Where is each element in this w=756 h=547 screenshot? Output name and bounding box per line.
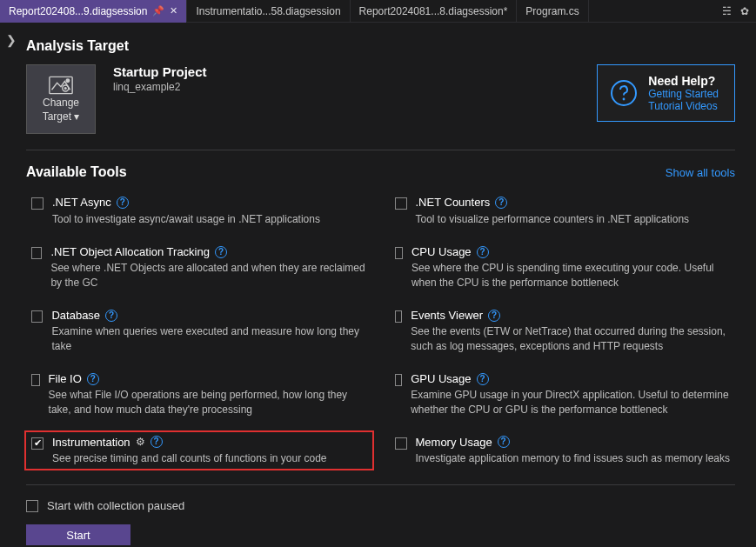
gutter: ❯ bbox=[0, 23, 23, 547]
tool-events-viewer: Events Viewer?See the events (ETW or Net… bbox=[390, 305, 736, 357]
startup-project: Startup Project linq_example2 bbox=[113, 64, 207, 93]
info-icon[interactable]: ? bbox=[87, 373, 99, 385]
svg-point-1 bbox=[66, 79, 70, 83]
info-icon[interactable]: ? bbox=[215, 246, 227, 258]
tool-cpu-usage: CPU Usage?See where the CPU is spending … bbox=[390, 242, 736, 293]
divider bbox=[26, 484, 735, 485]
tool-name: CPU Usage? bbox=[411, 245, 730, 259]
caret-down-icon: ▾ bbox=[74, 110, 79, 123]
startup-title: Startup Project bbox=[113, 64, 207, 79]
tool-name: Database? bbox=[51, 309, 366, 323]
tab-instrumentation[interactable]: Instrumentatio...58.diagsession bbox=[187, 0, 350, 23]
tool-name: .NET Object Allocation Tracking? bbox=[50, 245, 366, 259]
analysis-target-heading: Analysis Target bbox=[26, 38, 735, 54]
tool-desc: See precise timing and call counts of fu… bbox=[52, 451, 327, 465]
help-card: Need Help? Getting Started Tutorial Vide… bbox=[597, 64, 735, 122]
tool-desc: Tool to visualize performance counters i… bbox=[416, 212, 690, 226]
tool-checkbox[interactable] bbox=[31, 247, 42, 259]
tab-label: Program.cs bbox=[525, 5, 579, 17]
svg-point-5 bbox=[623, 98, 626, 101]
help-link-getting-started[interactable]: Getting Started bbox=[648, 88, 719, 100]
target-icon bbox=[49, 76, 73, 95]
tool-desc: Examine GPU usage in your DirectX applic… bbox=[411, 388, 730, 416]
info-icon[interactable]: ? bbox=[495, 197, 507, 209]
tabbar-tools: ☵ ✿ bbox=[722, 5, 756, 17]
tab-program-cs[interactable]: Program.cs bbox=[517, 0, 588, 23]
tool-checkbox[interactable] bbox=[395, 247, 403, 259]
tool-checkbox[interactable] bbox=[31, 310, 43, 323]
tool-name: Instrumentation⚙? bbox=[52, 436, 327, 450]
info-icon[interactable]: ? bbox=[498, 436, 510, 448]
help-title: Need Help? bbox=[648, 74, 719, 88]
start-paused-label: Start with collection paused bbox=[47, 499, 184, 512]
info-icon[interactable]: ? bbox=[477, 246, 489, 258]
tool-checkbox[interactable] bbox=[395, 310, 403, 323]
tool-desc: Investigate application memory to find i… bbox=[416, 451, 731, 465]
tool-file-io: File IO?See what File I/O operations are… bbox=[26, 369, 372, 420]
tool-gpu-usage: GPU Usage?Examine GPU usage in your Dire… bbox=[390, 369, 736, 420]
info-icon[interactable]: ? bbox=[117, 197, 129, 209]
tool--net-object-allocation-tracking: .NET Object Allocation Tracking?See wher… bbox=[26, 242, 372, 293]
settings-icon[interactable]: ✿ bbox=[740, 5, 749, 17]
tool-desc: Examine when queries were executed and m… bbox=[51, 324, 366, 352]
tool-database: Database?Examine when queries were execu… bbox=[26, 305, 372, 357]
overflow-icon[interactable]: ☵ bbox=[722, 5, 732, 17]
tool-name: .NET Async? bbox=[52, 196, 320, 210]
tool-name: Events Viewer? bbox=[411, 309, 730, 323]
tab-report9[interactable]: Report202408...9.diagsession 📌 ✕ bbox=[0, 0, 187, 23]
close-icon[interactable]: ✕ bbox=[170, 5, 177, 17]
tool-name: GPU Usage? bbox=[411, 372, 730, 386]
tab-label: Report2024081...8.diagsession* bbox=[359, 5, 508, 17]
svg-point-3 bbox=[64, 88, 66, 90]
tools-grid: .NET Async?Tool to investigate async/awa… bbox=[26, 192, 735, 469]
tool-checkbox[interactable] bbox=[31, 197, 43, 210]
tool-checkbox[interactable] bbox=[31, 374, 40, 386]
info-icon[interactable]: ? bbox=[477, 373, 489, 385]
start-button[interactable]: Start bbox=[26, 524, 130, 545]
tab-label: Instrumentatio...58.diagsession bbox=[196, 5, 340, 17]
footer: Start with collection paused Start bbox=[26, 499, 735, 545]
tab-bar: Report202408...9.diagsession 📌 ✕ Instrum… bbox=[0, 0, 756, 23]
tool-desc: Tool to investigate async/await usage in… bbox=[52, 212, 320, 226]
tool-memory-usage: Memory Usage?Investigate application mem… bbox=[390, 432, 736, 470]
info-icon[interactable]: ? bbox=[488, 310, 500, 322]
tool--net-counters: .NET Counters?Tool to visualize performa… bbox=[390, 192, 736, 230]
tool-name: .NET Counters? bbox=[416, 196, 690, 210]
tool-desc: See the events (ETW or NetTrace) that oc… bbox=[411, 324, 730, 352]
target-row: Change Target ▾ Startup Project linq_exa… bbox=[26, 64, 735, 134]
gear-icon[interactable]: ⚙ bbox=[136, 436, 145, 448]
startup-subtitle: linq_example2 bbox=[113, 81, 207, 93]
help-icon bbox=[610, 79, 638, 107]
help-link-tutorial-videos[interactable]: Tutorial Videos bbox=[648, 100, 719, 112]
expand-icon[interactable]: ❯ bbox=[6, 33, 17, 547]
pin-icon[interactable]: 📌 bbox=[152, 5, 164, 17]
tool-checkbox[interactable] bbox=[395, 197, 407, 210]
tool-desc: See what File I/O operations are being p… bbox=[49, 388, 367, 416]
show-all-tools-link[interactable]: Show all tools bbox=[666, 166, 735, 179]
start-paused-checkbox[interactable] bbox=[26, 500, 38, 512]
main-content: Analysis Target Change Target ▾ Startup … bbox=[23, 23, 756, 547]
tool-checkbox[interactable] bbox=[395, 374, 403, 386]
tool-name: File IO? bbox=[49, 372, 367, 386]
start-paused-option[interactable]: Start with collection paused bbox=[26, 499, 735, 512]
available-tools-heading: Available Tools bbox=[26, 164, 666, 180]
tool-desc: See where .NET Objects are allocated and… bbox=[50, 261, 366, 289]
info-icon[interactable]: ? bbox=[151, 436, 163, 448]
tab-report8[interactable]: Report2024081...8.diagsession* bbox=[351, 0, 518, 23]
divider bbox=[26, 150, 735, 150]
tool-instrumentation: Instrumentation⚙?See precise timing and … bbox=[26, 432, 372, 470]
tool--net-async: .NET Async?Tool to investigate async/awa… bbox=[26, 192, 372, 230]
tool-desc: See where the CPU is spending time execu… bbox=[411, 261, 730, 289]
tool-checkbox[interactable] bbox=[31, 437, 43, 450]
tool-checkbox[interactable] bbox=[395, 437, 407, 450]
change-target-button[interactable]: Change Target ▾ bbox=[26, 64, 96, 134]
info-icon[interactable]: ? bbox=[105, 310, 117, 322]
tool-name: Memory Usage? bbox=[416, 436, 731, 450]
tab-label: Report202408...9.diagsession bbox=[9, 5, 147, 17]
